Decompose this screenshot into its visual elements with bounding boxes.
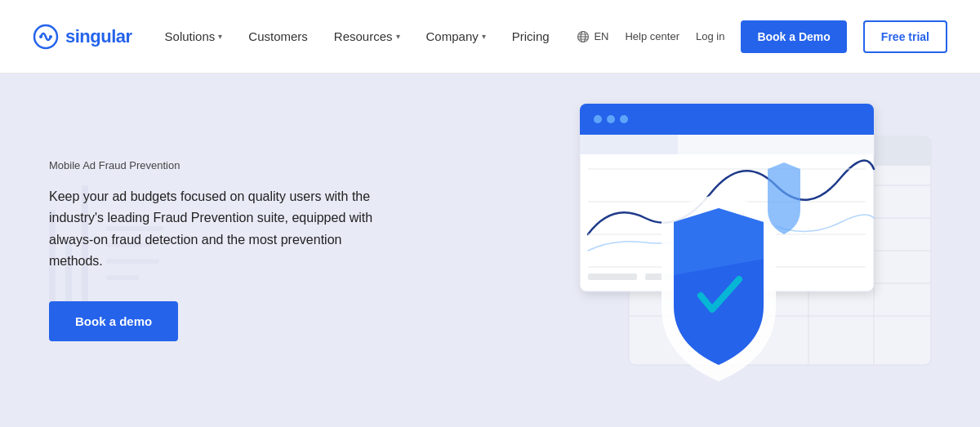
hero-subtitle: Mobile Ad Fraud Prevention [49,159,376,171]
svg-rect-44 [588,274,637,280]
chevron-down-icon: ▾ [218,32,222,41]
login-link[interactable]: Log in [696,30,724,42]
logo-text: singular [65,26,132,47]
nav-pricing[interactable]: Pricing [512,29,550,43]
help-center-link[interactable]: Help center [625,30,679,42]
hero-section: Mobile Ad Fraud Prevention Keep your ad … [0,73,980,427]
hero-content: Mobile Ad Fraud Prevention Keep your ad … [0,110,425,391]
svg-point-35 [607,115,615,123]
svg-point-2 [49,35,52,38]
nav-resources[interactable]: Resources ▾ [334,29,400,43]
header: singular Solutions ▾ Customers Resources… [0,0,980,73]
globe-icon [577,30,590,43]
language-selector[interactable]: EN [577,30,608,43]
hero-description: Keep your ad budgets focused on quality … [49,186,376,273]
chevron-down-icon: ▾ [396,32,400,41]
hero-svg [498,87,956,414]
svg-point-34 [594,115,602,123]
nav-company[interactable]: Company ▾ [426,29,486,43]
svg-rect-37 [580,135,678,154]
nav-solutions[interactable]: Solutions ▾ [165,29,223,43]
logo[interactable]: singular [33,24,132,50]
svg-rect-38 [678,135,776,154]
hero-illustration [474,73,980,427]
book-demo-button[interactable]: Book a Demo [741,20,846,53]
svg-point-36 [620,115,628,123]
hero-book-demo-button[interactable]: Book a demo [49,301,178,341]
header-right: EN Help center Log in Book a Demo Free t… [577,20,947,53]
chevron-down-icon: ▾ [482,32,486,41]
svg-rect-33 [580,125,874,135]
svg-rect-39 [776,135,874,154]
nav-customers[interactable]: Customers [248,29,308,43]
logo-icon [33,24,59,50]
main-nav: Solutions ▾ Customers Resources ▾ Compan… [165,29,577,43]
free-trial-button[interactable]: Free trial [863,20,947,53]
svg-point-1 [39,35,42,38]
